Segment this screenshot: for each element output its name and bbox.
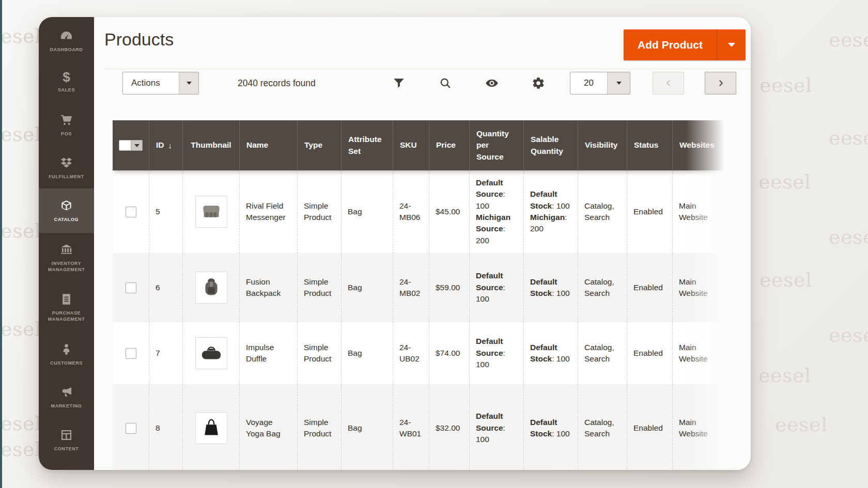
bank-icon — [59, 243, 73, 257]
product-thumbnail-tote[interactable] — [195, 412, 227, 444]
column-header-attribute_set[interactable]: Attribute Set — [341, 120, 393, 170]
main-content: Products Add Product Actions 2040 record… — [94, 17, 751, 470]
sidebar-item-sales[interactable]: $SALES — [39, 61, 94, 103]
column-header-id[interactable]: ID↓ — [149, 120, 182, 170]
row-checkbox[interactable] — [126, 207, 136, 217]
row-checkbox[interactable] — [126, 348, 136, 359]
product-visibility-cell: Catalog, Search — [578, 384, 627, 470]
admin-sidebar: DASHBOARD$SALESPOSFULFILLMENTCATALOGINVE… — [39, 17, 94, 470]
column-header-visibility[interactable]: Visibility — [578, 120, 627, 170]
add-product-toggle-button[interactable] — [717, 29, 746, 60]
product-sku-cell: 24-MB02 — [393, 253, 429, 322]
page-size-dropdown[interactable]: 20 — [570, 72, 630, 95]
product-salable-quantity-cell: Default Stock: 100 — [523, 384, 578, 470]
search-icon[interactable] — [438, 75, 453, 91]
sidebar-item-label: INVENTORY MANAGEMENT — [42, 261, 91, 273]
product-websites-cell: Main Website — [672, 170, 705, 253]
product-websites-cell: Main Website — [672, 322, 705, 384]
sidebar-item-label: SALES — [58, 87, 75, 93]
filter-funnel-icon[interactable] — [391, 75, 407, 91]
sidebar-item-marketing[interactable]: MARKETING — [39, 376, 94, 418]
row-select-cell — [113, 253, 149, 322]
watermark-text: eesel — [760, 269, 812, 291]
watermark-text: eesel — [0, 318, 41, 340]
product-thumbnail-cell — [182, 253, 239, 322]
product-qty-per-source-cell: Default Source: 100 — [469, 253, 523, 322]
product-thumbnail-cell — [182, 384, 239, 470]
person-icon — [59, 342, 73, 356]
chevron-down-icon — [616, 82, 622, 85]
watermark-text: eesel — [0, 123, 41, 146]
product-id-cell: 8 — [149, 384, 182, 470]
row-select-cell — [113, 322, 149, 384]
product-row-8[interactable]: 8Voyage Yoga BagSimple ProductBag24-WB01… — [113, 384, 739, 470]
sidebar-item-content[interactable]: CONTENT — [39, 418, 94, 462]
admin-panel-card: DASHBOARD$SALESPOSFULFILLMENTCATALOGINVE… — [39, 17, 751, 470]
select-all-header-cell — [113, 120, 149, 170]
sidebar-item-catalog[interactable]: CATALOG — [39, 188, 94, 233]
column-header-type[interactable]: Type — [297, 120, 341, 170]
page-size-value: 20 — [570, 72, 607, 94]
add-product-split-button[interactable]: Add Product — [624, 29, 746, 60]
actions-dropdown-label: Actions — [123, 72, 179, 94]
column-header-price[interactable]: Price — [429, 120, 469, 170]
gear-icon[interactable] — [531, 75, 546, 91]
watermark-text: eesel — [0, 25, 41, 48]
watermark-text: eesel — [829, 324, 868, 347]
sidebar-item-dashboard[interactable]: DASHBOARD — [39, 20, 94, 61]
column-header-name[interactable]: Name — [239, 120, 297, 170]
sidebar-item-label: MARKETING — [51, 403, 82, 410]
product-thumbnail-messenger-bag[interactable] — [195, 196, 227, 228]
column-header-salable_quantity[interactable]: Salable Quantity — [523, 120, 578, 170]
add-product-button[interactable]: Add Product — [624, 29, 717, 60]
product-name-cell: Voyage Yoga Bag — [239, 384, 297, 470]
add-product-label: Add Product — [638, 39, 703, 51]
select-all-control[interactable] — [119, 140, 143, 151]
product-row-7[interactable]: 7Impulse DuffleSimple ProductBag24-UB02$… — [113, 322, 739, 384]
product-salable-quantity-cell: Default Stock: 100 — [523, 253, 578, 322]
column-header-qty_per_source[interactable]: Quantity per Source — [469, 120, 523, 170]
select-all-options-toggle[interactable] — [131, 140, 143, 151]
row-checkbox[interactable] — [126, 423, 136, 434]
sidebar-item-pos[interactable]: POS — [39, 103, 94, 147]
product-attribute-set-cell: Bag — [341, 384, 393, 470]
sidebar-item-fulfillment[interactable]: FULFILLMENT — [39, 147, 94, 188]
actions-dropdown[interactable]: Actions — [122, 72, 199, 95]
eye-icon[interactable] — [484, 75, 500, 91]
watermark-text: eesel — [829, 226, 868, 248]
product-thumbnail-duffle[interactable] — [195, 337, 227, 369]
product-sku-cell: 24-WB01 — [393, 384, 429, 470]
grid-toolbar-icons — [391, 72, 546, 95]
next-page-button[interactable] — [705, 72, 736, 95]
product-price-cell: $45.00 — [429, 170, 469, 253]
dollar-icon: $ — [63, 71, 70, 83]
actions-dropdown-toggle[interactable] — [179, 72, 198, 94]
records-found-text: 2040 records found — [238, 72, 316, 95]
select-all-checkbox[interactable] — [119, 140, 131, 151]
product-price-cell: $59.00 — [429, 253, 469, 322]
product-row-5[interactable]: 5Rival Field MessengerSimple ProductBag2… — [113, 170, 739, 253]
watermark-text: eesel — [775, 413, 828, 436]
column-header-thumbnail[interactable]: Thumbnail — [182, 120, 239, 170]
column-header-sku[interactable]: SKU — [393, 120, 429, 170]
product-thumbnail-backpack[interactable] — [195, 272, 227, 304]
row-checkbox[interactable] — [126, 282, 136, 293]
product-visibility-cell: Catalog, Search — [578, 170, 627, 253]
sidebar-item-inventory[interactable]: INVENTORY MANAGEMENT — [39, 233, 94, 282]
product-type-cell: Simple Product — [297, 322, 341, 384]
column-header-status[interactable]: Status — [627, 120, 672, 170]
sidebar-item-purchase[interactable]: PURCHASE MANAGEMENT — [39, 282, 94, 332]
watermark-text: eesel — [760, 74, 812, 97]
product-visibility-cell: Catalog, Search — [578, 253, 627, 322]
product-row-6[interactable]: 6Fusion BackpackSimple ProductBag24-MB02… — [113, 253, 739, 322]
chevron-down-icon — [134, 144, 140, 147]
column-header-label: Status — [634, 139, 658, 151]
page-size-toggle[interactable] — [607, 72, 630, 94]
column-header-label: Name — [246, 139, 268, 151]
sidebar-item-label: DASHBOARD — [50, 47, 83, 53]
sidebar-item-customers[interactable]: CUSTOMERS — [39, 332, 94, 376]
chevron-down-icon — [728, 43, 735, 47]
column-header-label: Type — [304, 139, 322, 151]
column-header-websites[interactable]: Websites — [672, 120, 705, 170]
previous-page-button[interactable] — [653, 72, 684, 95]
